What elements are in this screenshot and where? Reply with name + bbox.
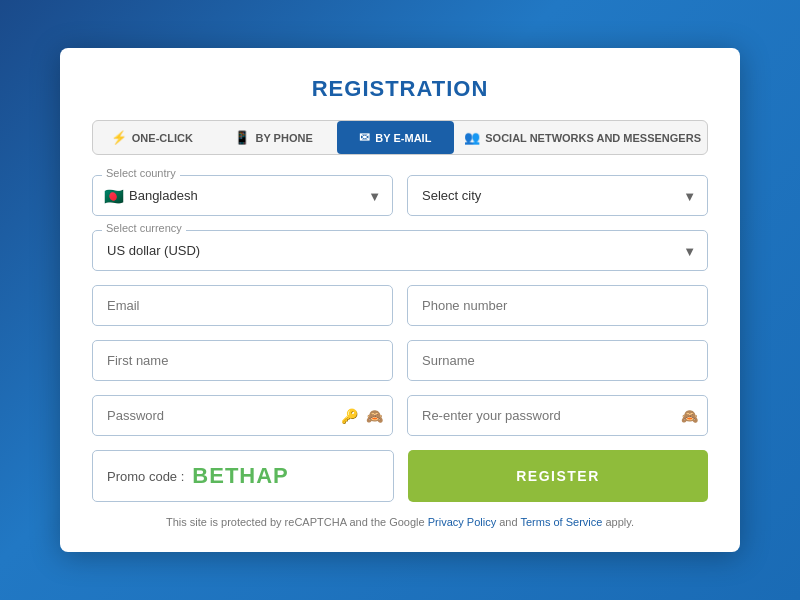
people-icon: 👥 (464, 130, 480, 145)
firstname-input[interactable] (92, 340, 393, 381)
eye-hide-icon[interactable]: 🙈 (366, 408, 383, 424)
repassword-field-group: 🙈 (407, 395, 708, 436)
footer-text-after: apply. (602, 516, 634, 528)
phone-icon: 📱 (234, 130, 250, 145)
email-field-group (92, 285, 393, 326)
email-phone-row (92, 285, 708, 326)
privacy-policy-link[interactable]: Privacy Policy (428, 516, 496, 528)
tab-one-click[interactable]: ⚡ ONE-CLICK (93, 121, 211, 154)
country-label: Select country (102, 167, 180, 179)
tab-one-click-label: ONE-CLICK (132, 132, 193, 144)
modal-title: REGISTRATION (92, 76, 708, 102)
tab-by-phone-label: BY PHONE (255, 132, 312, 144)
surname-input[interactable] (407, 340, 708, 381)
firstname-field-group (92, 340, 393, 381)
email-input[interactable] (92, 285, 393, 326)
lightning-icon: ⚡ (111, 130, 127, 145)
promo-label: Promo code : (107, 469, 184, 484)
eye-hide-icon-2[interactable]: 🙈 (681, 408, 698, 424)
country-field: Select country 🇧🇩 Bangladesh ▼ (92, 175, 393, 216)
currency-label: Select currency (102, 222, 186, 234)
footer-text: This site is protected by reCAPTCHA and … (92, 516, 708, 528)
password-field-group: 🔑 🙈 (92, 395, 393, 436)
currency-row: Select currency US dollar (USD) ▼ (92, 230, 708, 271)
promo-register-row: Promo code : BETHAP REGISTER (92, 450, 708, 502)
email-icon: ✉ (359, 130, 370, 145)
phone-input[interactable] (407, 285, 708, 326)
footer-text-before: This site is protected by reCAPTCHA and … (166, 516, 428, 528)
country-city-row: Select country 🇧🇩 Bangladesh ▼ Select ci… (92, 175, 708, 216)
currency-select[interactable]: US dollar (USD) (92, 230, 708, 271)
password-row: 🔑 🙈 🙈 (92, 395, 708, 436)
phone-field-group (407, 285, 708, 326)
name-row (92, 340, 708, 381)
promo-value: BETHAP (192, 463, 288, 489)
tab-social-label: SOCIAL NETWORKS AND MESSENGERS (485, 132, 701, 144)
tab-by-email[interactable]: ✉ BY E-MAIL (337, 121, 455, 154)
footer-text-middle: and (496, 516, 520, 528)
city-field: Select city ▼ (407, 175, 708, 216)
repassword-input[interactable] (407, 395, 708, 436)
country-select[interactable]: Bangladesh (92, 175, 393, 216)
currency-field: Select currency US dollar (USD) ▼ (92, 230, 708, 271)
register-button[interactable]: REGISTER (408, 450, 708, 502)
city-select[interactable]: Select city (407, 175, 708, 216)
terms-of-service-link[interactable]: Terms of Service (520, 516, 602, 528)
key-icon[interactable]: 🔑 (341, 408, 358, 424)
registration-tabs: ⚡ ONE-CLICK 📱 BY PHONE ✉ BY E-MAIL 👥 SOC… (92, 120, 708, 155)
password-icons: 🔑 🙈 (341, 408, 383, 424)
tab-by-phone[interactable]: 📱 BY PHONE (215, 121, 333, 154)
surname-field-group (407, 340, 708, 381)
repassword-icons: 🙈 (681, 408, 698, 424)
tab-social[interactable]: 👥 SOCIAL NETWORKS AND MESSENGERS (458, 121, 707, 154)
promo-box: Promo code : BETHAP (92, 450, 394, 502)
registration-modal: REGISTRATION ⚡ ONE-CLICK 📱 BY PHONE ✉ BY… (60, 48, 740, 552)
tab-by-email-label: BY E-MAIL (375, 132, 431, 144)
